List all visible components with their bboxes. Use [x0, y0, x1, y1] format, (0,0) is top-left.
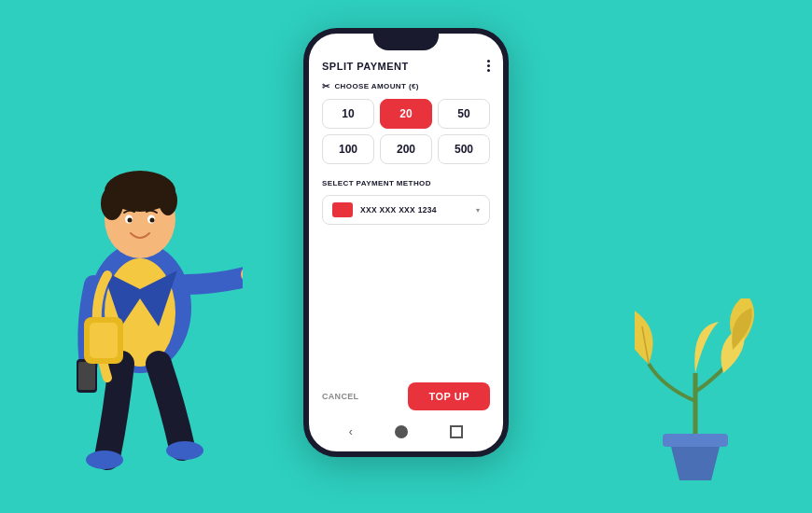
card-number: XXX XXX XXX 1234 — [360, 205, 469, 215]
home-nav-icon[interactable] — [395, 425, 408, 438]
scissors-icon: ✂ — [322, 81, 329, 91]
phone-content: SPLIT PAYMENT ✂ CHOOSE AMOUNT (€) 10 20 … — [309, 50, 503, 418]
svg-point-9 — [128, 218, 133, 223]
payment-method-select[interactable]: XXX XXX XXX 1234 ▾ — [322, 195, 490, 225]
phone-header: SPLIT PAYMENT — [322, 60, 490, 72]
chevron-down-icon: ▾ — [476, 206, 480, 215]
amount-section-label: ✂ CHOOSE AMOUNT (€) — [322, 81, 490, 91]
svg-point-6 — [159, 186, 177, 215]
amount-btn-50[interactable]: 50 — [438, 99, 490, 129]
square-nav-icon[interactable] — [450, 425, 463, 438]
amount-grid: 10 20 50 100 200 500 — [322, 99, 490, 164]
phone-notch — [373, 34, 439, 50]
amount-btn-10[interactable]: 10 — [322, 99, 374, 129]
phone-actions: CANCEL TOP UP — [322, 382, 490, 410]
cancel-button[interactable]: CANCEL — [322, 392, 358, 401]
phone-mockup: SPLIT PAYMENT ✂ CHOOSE AMOUNT (€) 10 20 … — [303, 28, 509, 457]
amount-btn-500[interactable]: 500 — [438, 134, 490, 164]
app-title: SPLIT PAYMENT — [322, 61, 409, 72]
svg-rect-17 — [90, 323, 118, 358]
svg-rect-18 — [663, 434, 728, 447]
svg-rect-13 — [78, 362, 95, 390]
more-options-button[interactable] — [487, 60, 490, 72]
amount-btn-100[interactable]: 100 — [322, 134, 374, 164]
svg-point-15 — [166, 441, 203, 460]
svg-point-5 — [101, 187, 123, 220]
back-nav-icon[interactable]: ‹ — [349, 425, 353, 438]
svg-point-10 — [150, 218, 155, 223]
phone-bottom-bar: ‹ — [309, 418, 503, 451]
plant-illustration — [635, 298, 756, 485]
topup-button[interactable]: TOP UP — [408, 382, 490, 410]
amount-btn-200[interactable]: 200 — [380, 134, 432, 164]
amount-btn-20[interactable]: 20 — [380, 99, 432, 129]
payment-method-label: SELECT PAYMENT METHOD — [322, 179, 490, 187]
svg-point-14 — [86, 451, 123, 469]
person-illustration — [37, 47, 243, 476]
card-icon — [332, 202, 353, 217]
